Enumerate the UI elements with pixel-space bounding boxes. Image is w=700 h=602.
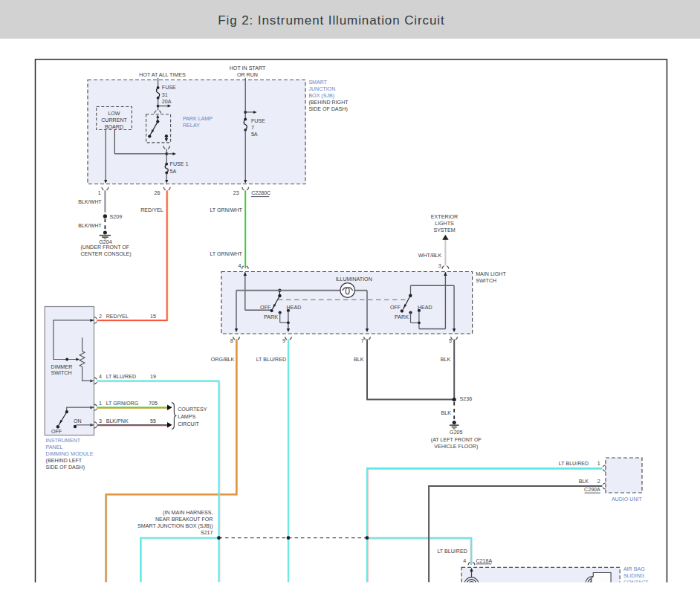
svg-text:VEHICLE FLOOR): VEHICLE FLOOR) bbox=[434, 444, 478, 450]
svg-text:OFF: OFF bbox=[390, 305, 401, 311]
svg-text:BLK: BLK bbox=[441, 357, 451, 363]
svg-text:PANEL: PANEL bbox=[46, 444, 63, 450]
svg-text:1: 1 bbox=[98, 190, 101, 196]
svg-text:LT GRN/WHT: LT GRN/WHT bbox=[210, 251, 242, 257]
svg-text:SLIDING: SLIDING bbox=[623, 573, 644, 579]
svg-text:26: 26 bbox=[155, 190, 161, 196]
svg-text:BLK/WHT: BLK/WHT bbox=[78, 223, 102, 229]
svg-text:Fig 2: Instrument Illumination: Fig 2: Instrument Illumination Circuit bbox=[218, 13, 444, 27]
svg-text:PARK: PARK bbox=[264, 314, 278, 320]
svg-text:S209: S209 bbox=[110, 214, 123, 220]
svg-text:7: 7 bbox=[251, 125, 254, 131]
svg-text:SMART: SMART bbox=[308, 80, 327, 85]
svg-text:4: 4 bbox=[238, 263, 241, 269]
svg-text:DIMMER: DIMMER bbox=[51, 364, 73, 370]
svg-text:LT BLU/RED: LT BLU/RED bbox=[437, 548, 467, 554]
svg-text:PARK LAMP: PARK LAMP bbox=[183, 116, 213, 122]
svg-text:LAMPS: LAMPS bbox=[178, 414, 195, 420]
svg-text:G205: G205 bbox=[450, 430, 462, 436]
svg-text:HEAD: HEAD bbox=[418, 305, 432, 311]
svg-text:S236: S236 bbox=[460, 396, 473, 402]
svg-text:1: 1 bbox=[597, 461, 600, 467]
svg-text:WHT/BLK: WHT/BLK bbox=[418, 253, 442, 259]
svg-text:LT BLU/RED: LT BLU/RED bbox=[256, 357, 286, 363]
svg-text:8: 8 bbox=[230, 338, 233, 344]
svg-text:C218A: C218A bbox=[476, 558, 493, 564]
svg-text:19: 19 bbox=[150, 374, 156, 380]
svg-text:4: 4 bbox=[463, 558, 466, 564]
svg-text:NEAR BREAKOUT FOR: NEAR BREAKOUT FOR bbox=[155, 517, 213, 522]
svg-text:BLK/PNK: BLK/PNK bbox=[106, 418, 129, 424]
svg-text:RED/YEL: RED/YEL bbox=[140, 207, 163, 213]
svg-text:55: 55 bbox=[150, 418, 156, 424]
svg-text:3: 3 bbox=[99, 418, 102, 424]
svg-text:7: 7 bbox=[361, 338, 364, 344]
svg-text:S217: S217 bbox=[201, 530, 213, 536]
svg-text:2: 2 bbox=[99, 314, 102, 320]
svg-text:23: 23 bbox=[233, 190, 239, 196]
svg-text:5: 5 bbox=[449, 338, 452, 344]
svg-text:CIRCUIT: CIRCUIT bbox=[178, 421, 199, 427]
svg-text:HOT AT ALL TIMES: HOT AT ALL TIMES bbox=[139, 72, 186, 78]
svg-text:RED/YEL: RED/YEL bbox=[106, 314, 129, 320]
svg-text:705: 705 bbox=[149, 401, 158, 407]
svg-text:SWITCH: SWITCH bbox=[476, 278, 496, 284]
svg-text:20A: 20A bbox=[162, 99, 172, 105]
svg-text:RELAY: RELAY bbox=[183, 123, 200, 129]
svg-text:FUSE: FUSE bbox=[251, 118, 265, 124]
svg-text:SYSTEM: SYSTEM bbox=[433, 227, 455, 233]
svg-text:PARK: PARK bbox=[395, 314, 409, 320]
svg-text:ILLUMINATION: ILLUMINATION bbox=[336, 276, 372, 282]
svg-text:5A: 5A bbox=[170, 169, 177, 175]
svg-text:15: 15 bbox=[150, 314, 156, 320]
svg-text:9: 9 bbox=[282, 338, 285, 344]
svg-text:ORG/BLK: ORG/BLK bbox=[211, 357, 235, 363]
svg-text:DIMMING MODULE: DIMMING MODULE bbox=[46, 451, 94, 457]
svg-text:BLK: BLK bbox=[441, 410, 452, 416]
svg-text:C290A: C290A bbox=[584, 487, 600, 493]
svg-text:LT BLU/RED: LT BLU/RED bbox=[106, 374, 136, 380]
svg-text:COURTESY: COURTESY bbox=[178, 407, 207, 412]
svg-text:JUNCTION: JUNCTION bbox=[308, 86, 335, 92]
svg-text:LT GRN/WHT: LT GRN/WHT bbox=[210, 207, 242, 213]
svg-text:(BEHIND LEFT: (BEHIND LEFT bbox=[46, 458, 82, 464]
svg-text:(IN MAIN HARNESS,: (IN MAIN HARNESS, bbox=[163, 510, 213, 516]
svg-text:BLK: BLK bbox=[579, 479, 589, 485]
svg-text:SWITCH: SWITCH bbox=[51, 370, 72, 376]
svg-text:LT GRN/ORG: LT GRN/ORG bbox=[106, 401, 139, 407]
svg-text:BLK/WHT: BLK/WHT bbox=[78, 199, 102, 205]
svg-text:5A: 5A bbox=[251, 132, 258, 137]
svg-text:EXTERIOR: EXTERIOR bbox=[431, 214, 458, 220]
svg-text:C2280C: C2280C bbox=[251, 190, 270, 196]
svg-text:HOT IN START: HOT IN START bbox=[230, 65, 266, 71]
svg-text:FUSE: FUSE bbox=[162, 85, 176, 91]
svg-text:1: 1 bbox=[99, 401, 102, 407]
svg-text:MAIN LIGHT: MAIN LIGHT bbox=[476, 271, 506, 277]
svg-text:OFF: OFF bbox=[260, 305, 271, 311]
svg-text:FUSE 1: FUSE 1 bbox=[170, 161, 189, 167]
svg-text:LIGHTS: LIGHTS bbox=[435, 221, 454, 227]
svg-text:OR RUN: OR RUN bbox=[237, 72, 258, 78]
svg-text:INSTRUMENT: INSTRUMENT bbox=[46, 438, 81, 444]
svg-text:LOW: LOW bbox=[108, 111, 120, 117]
svg-text:BLK: BLK bbox=[354, 357, 364, 363]
svg-text:2: 2 bbox=[597, 479, 600, 485]
svg-text:BOX (SJB): BOX (SJB) bbox=[308, 93, 334, 99]
svg-text:ON: ON bbox=[74, 418, 82, 424]
svg-text:SMART JUNCTION BOX (SJB)): SMART JUNCTION BOX (SJB)) bbox=[137, 523, 213, 529]
svg-text:(BEHIND RIGHT: (BEHIND RIGHT bbox=[308, 100, 349, 106]
svg-text:OFF: OFF bbox=[51, 429, 62, 435]
svg-text:3: 3 bbox=[438, 263, 441, 269]
svg-text:4: 4 bbox=[99, 374, 102, 380]
svg-text:SIDE OF DASH): SIDE OF DASH) bbox=[308, 106, 347, 112]
svg-text:31: 31 bbox=[162, 92, 168, 98]
svg-text:AUDIO UNIT: AUDIO UNIT bbox=[612, 496, 643, 502]
svg-text:HEAD: HEAD bbox=[287, 305, 302, 311]
svg-text:LT BLU/RED: LT BLU/RED bbox=[559, 461, 589, 467]
svg-text:(AT LEFT FRONT OF: (AT LEFT FRONT OF bbox=[431, 437, 482, 443]
svg-text:CURRENT: CURRENT bbox=[101, 117, 127, 123]
svg-text:BOARD: BOARD bbox=[105, 124, 123, 130]
svg-text:SIDE OF DASH): SIDE OF DASH) bbox=[46, 465, 85, 470]
svg-text:(UNDER FRONT OF: (UNDER FRONT OF bbox=[81, 245, 130, 250]
svg-text:CENTER CONSOLE): CENTER CONSOLE) bbox=[81, 251, 132, 257]
